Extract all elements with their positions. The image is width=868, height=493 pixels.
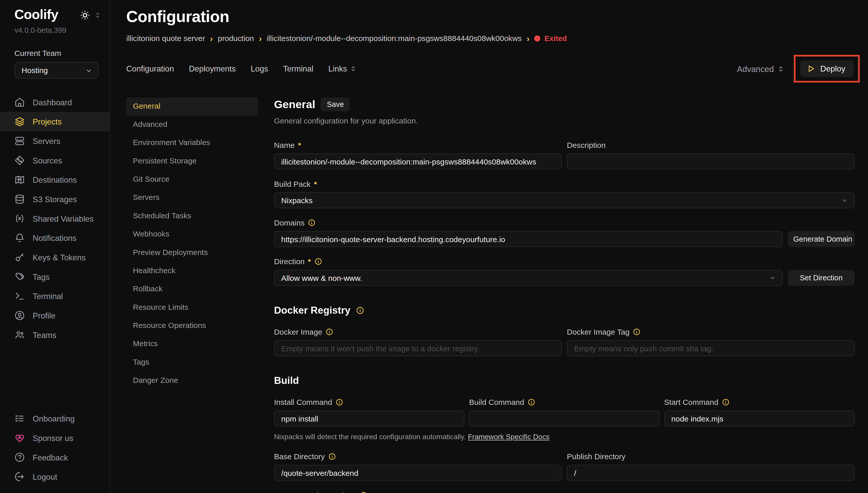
sidebar-item-label: Destinations (33, 175, 77, 184)
map-icon (14, 174, 25, 185)
sidebar-item-s3-storages[interactable]: S3 Storages (0, 189, 110, 209)
subnav-item-servers[interactable]: Servers (126, 189, 258, 207)
description-label: Description (567, 141, 606, 150)
breadcrumb-application[interactable]: illicitestonion/-module--decomposition:m… (267, 34, 522, 43)
team-select[interactable]: Hosting (14, 62, 98, 79)
chevron-down-icon (840, 196, 848, 204)
chevrons-up-down-icon (349, 65, 357, 72)
sidebar-item-label: Sponsor us (33, 433, 73, 443)
direction-label: Direction (274, 257, 304, 266)
sidebar-item-feedback[interactable]: Feedback (0, 448, 110, 467)
build-command-input[interactable] (469, 410, 660, 427)
direction-value: Allow www & non-www. (281, 273, 362, 282)
framework-docs-link[interactable]: Framework Specific Docs (468, 433, 549, 441)
domains-label: Domains (274, 218, 304, 227)
subnav-item-danger-zone[interactable]: Danger Zone (126, 372, 258, 390)
sidebar-item-servers[interactable]: Servers (0, 131, 110, 151)
sidebar-item-shared-variables[interactable]: Shared Variables (0, 209, 110, 228)
play-icon (806, 64, 816, 73)
install-command-label: Install Command (274, 398, 332, 407)
sidebar-item-label: S3 Storages (33, 195, 77, 204)
team-select-value: Hosting (22, 66, 48, 75)
info-icon[interactable] (308, 219, 316, 227)
tab-deployments[interactable]: Deployments (189, 64, 236, 73)
sidebar-item-destinations[interactable]: Destinations (0, 170, 110, 190)
deploy-button[interactable]: Deploy (800, 61, 854, 77)
tab-logs[interactable]: Logs (251, 64, 268, 73)
section-title-build: Build (274, 375, 299, 387)
sidebar-item-label: Sources (33, 156, 62, 165)
section-title-docker-registry: Docker Registry (274, 305, 350, 316)
subnav-item-tags[interactable]: Tags (126, 353, 258, 371)
subnav-item-git-source[interactable]: Git Source (126, 171, 258, 189)
sidebar-item-logout[interactable]: Logout (0, 467, 110, 487)
generate-domain-button[interactable]: Generate Domain (788, 231, 855, 247)
direction-select[interactable]: Allow www & non-www. (274, 270, 783, 286)
info-icon[interactable] (722, 398, 729, 406)
breadcrumb-environment[interactable]: production (218, 34, 254, 43)
sidebar-item-terminal[interactable]: Terminal (0, 286, 110, 306)
chevron-down-icon (85, 66, 93, 74)
sidebar-item-label: Terminal (33, 292, 63, 301)
breadcrumb: illicitonion quote server › production ›… (126, 34, 860, 43)
info-icon[interactable] (336, 398, 343, 406)
theme-sun-icon[interactable] (79, 10, 90, 23)
sidebar-item-dashboard[interactable]: Dashboard (0, 92, 110, 112)
subnav-item-scheduled-tasks[interactable]: Scheduled Tasks (126, 207, 258, 226)
subnav-item-webhooks[interactable]: Webhooks (126, 226, 258, 244)
subnav-item-preview-deployments[interactable]: Preview Deployments (126, 244, 258, 262)
custom-docker-options-label: Custom Docker Options (274, 491, 356, 493)
sidebar-item-tags[interactable]: Tags (0, 267, 110, 286)
subnav-item-general[interactable]: General (126, 98, 258, 116)
start-command-input[interactable] (664, 410, 855, 427)
subnav-item-rollback[interactable]: Rollback (126, 280, 258, 299)
sidebar-item-label: Profile (33, 311, 55, 320)
sidebar-item-projects[interactable]: Projects (0, 112, 110, 131)
sidebar-item-sponsor-us[interactable]: Sponsor us (0, 428, 110, 448)
subnav-item-persistent-storage[interactable]: Persistent Storage (126, 152, 258, 171)
subnav-item-resource-operations[interactable]: Resource Operations (126, 317, 258, 335)
info-icon[interactable] (633, 328, 641, 336)
tab-terminal[interactable]: Terminal (283, 64, 313, 73)
subnav-item-healthcheck[interactable]: Healthcheck (126, 262, 258, 280)
name-input[interactable] (274, 153, 562, 170)
advanced-toggle[interactable]: Advanced (737, 64, 785, 73)
tab-configuration[interactable]: Configuration (126, 64, 174, 73)
subnav-item-advanced[interactable]: Advanced (126, 116, 258, 134)
docker-image-tag-input[interactable] (567, 340, 855, 356)
sidebar-item-keys-tokens[interactable]: Keys & Tokens (0, 248, 110, 267)
theme-switcher-chevrons-icon[interactable] (93, 11, 102, 22)
docker-image-input[interactable] (274, 340, 562, 356)
sidebar-item-teams[interactable]: Teams (0, 325, 110, 345)
domains-input[interactable] (274, 231, 783, 247)
publish-directory-input[interactable] (567, 465, 855, 481)
status-badge: Exited (534, 34, 567, 42)
subnav-item-resource-limits[interactable]: Resource Limits (126, 299, 258, 317)
description-input[interactable] (567, 153, 855, 170)
info-icon[interactable] (328, 452, 336, 460)
info-icon[interactable] (360, 491, 367, 493)
info-icon[interactable] (314, 258, 322, 265)
sidebar-item-label: Shared Variables (33, 214, 94, 223)
base-directory-input[interactable] (274, 465, 562, 481)
sidebar-item-profile[interactable]: Profile (0, 306, 110, 325)
info-icon[interactable] (356, 306, 364, 315)
info-icon[interactable] (326, 328, 334, 336)
breadcrumb-project[interactable]: illicitonion quote server (126, 34, 205, 43)
sidebar-item-onboarding[interactable]: Onboarding (0, 409, 110, 428)
info-icon[interactable] (527, 398, 535, 406)
build-pack-select[interactable]: Nixpacks (274, 192, 855, 208)
tags-icon (14, 271, 25, 282)
install-command-input[interactable] (274, 410, 464, 427)
sidebar-item-label: Keys & Tokens (33, 253, 86, 262)
set-direction-button[interactable]: Set Direction (788, 270, 855, 286)
section-title-general: General (274, 98, 315, 111)
subnav-item-metrics[interactable]: Metrics (126, 335, 258, 353)
deploy-annotation-box: Deploy (794, 55, 860, 83)
save-button[interactable]: Save (321, 98, 350, 111)
sidebar-item-sources[interactable]: Sources (0, 151, 110, 170)
sidebar-item-label: Notifications (33, 233, 76, 242)
sidebar-item-notifications[interactable]: Notifications (0, 228, 110, 248)
tab-links[interactable]: Links (328, 64, 357, 73)
subnav-item-environment-variables[interactable]: Environment Variables (126, 134, 258, 152)
